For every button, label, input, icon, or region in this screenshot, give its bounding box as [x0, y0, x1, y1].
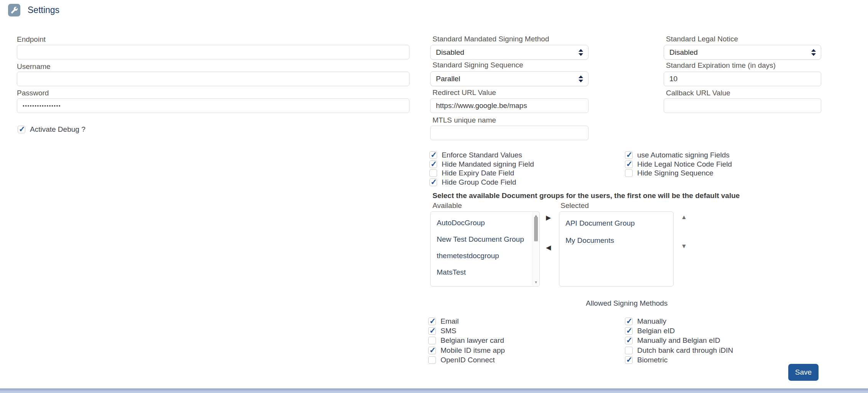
option-row: Hide Legal Notice Code Field	[625, 160, 732, 168]
signing-sequence-select[interactable]: Parallel	[430, 71, 589, 86]
option-label: Hide Group Code Field	[442, 178, 516, 187]
selected-label: Selected	[561, 201, 589, 210]
dutch-bank-card-idin-checkbox[interactable]	[625, 347, 633, 354]
option-row: Hide Expiry Date Field	[429, 169, 514, 177]
footer-bar	[0, 388, 868, 393]
selected-listbox[interactable]: API Document Group My Documents	[559, 211, 674, 287]
option-label: Hide Mandated signing Field	[442, 160, 534, 169]
signing-method-row: SMS	[428, 327, 456, 335]
signing-method-label: Email	[441, 317, 459, 326]
hide-mandated-signing-field-checkbox[interactable]	[429, 160, 437, 168]
signing-method-label: SMS	[441, 327, 456, 335]
signing-method-row: OpenID Connect	[428, 356, 495, 364]
legal-notice-label: Standard Legal Notice	[666, 35, 738, 43]
email-checkbox[interactable]	[428, 318, 436, 325]
list-item[interactable]: AutoDocGroup	[437, 215, 539, 231]
redirect-url-label: Redirect URL Value	[432, 88, 496, 97]
signing-method-label: Manually	[637, 317, 666, 326]
activate-debug-label: Activate Debug ?	[30, 125, 85, 134]
signing-method-label: Manually and Belgian eID	[637, 336, 720, 345]
signing-method-row: Email	[428, 317, 459, 325]
password-input[interactable]	[17, 98, 409, 113]
sms-checkbox[interactable]	[428, 327, 436, 335]
option-label: Hide Expiry Date Field	[442, 169, 514, 177]
legal-notice-select[interactable]: Disabled	[664, 45, 821, 60]
mandated-signing-method-select[interactable]: Disabled	[430, 45, 589, 60]
option-row: Hide Mandated signing Field	[429, 160, 534, 168]
document-groups-instruction: Select the available Document groups for…	[432, 192, 740, 200]
list-item[interactable]: themetestdocgroup	[437, 247, 539, 264]
signing-method-row: Biometric	[625, 356, 667, 364]
hide-expiry-date-field-checkbox[interactable]	[429, 169, 437, 177]
stepper-icon[interactable]	[811, 49, 816, 56]
stepper-icon[interactable]	[579, 49, 583, 56]
signing-method-label: Dutch bank card through iDIN	[637, 346, 733, 355]
password-label: Password	[17, 89, 49, 97]
biometric-checkbox[interactable]	[625, 356, 633, 364]
manually-checkbox[interactable]	[625, 318, 633, 325]
stepper-icon[interactable]	[579, 75, 583, 82]
available-listbox[interactable]: AutoDocGroup New Test Document Group the…	[430, 211, 540, 287]
signing-method-row: Belgian eID	[625, 327, 675, 335]
legal-notice-value: Disabled	[669, 48, 698, 57]
manually-and-belgian-eid-checkbox[interactable]	[625, 337, 633, 344]
signing-method-row: Dutch bank card through iDIN	[625, 346, 733, 354]
scroll-thumb[interactable]	[534, 217, 538, 241]
option-label: Hide Legal Notice Code Field	[637, 160, 732, 169]
order-up-icon[interactable]: ▲	[681, 214, 687, 221]
belgian-eid-checkbox[interactable]	[625, 327, 633, 335]
signing-method-row: Belgian lawyer card	[428, 336, 504, 344]
mobile-id-itsme-checkbox[interactable]	[428, 347, 436, 354]
expiration-time-label: Standard Expiration time (in days)	[666, 61, 776, 70]
mandated-signing-method-value: Disabled	[436, 48, 464, 57]
signing-method-row: Manually	[625, 317, 666, 325]
use-automatic-signing-fields-checkbox[interactable]	[625, 151, 633, 159]
openid-connect-checkbox[interactable]	[428, 356, 436, 364]
scrollbar[interactable]: ▲ ▼	[533, 212, 539, 286]
list-item[interactable]: My Documents	[566, 232, 673, 249]
scroll-down-icon[interactable]: ▼	[533, 280, 539, 285]
activate-debug-checkbox[interactable]	[18, 126, 25, 133]
available-label: Available	[432, 201, 462, 210]
signing-method-label: Belgian lawyer card	[441, 336, 504, 345]
list-item[interactable]: API Document Group	[566, 215, 673, 232]
signing-method-label: Mobile ID itsme app	[441, 346, 505, 355]
hide-legal-notice-code-field-checkbox[interactable]	[625, 160, 633, 168]
wrench-icon	[8, 4, 20, 16]
expiration-time-input[interactable]	[664, 72, 821, 86]
list-item[interactable]: New Test Document Group	[437, 231, 539, 247]
option-row: use Automatic signing Fields	[625, 151, 730, 159]
callback-url-label: Callback URL Value	[666, 89, 730, 97]
mtls-unique-name-input[interactable]	[430, 126, 589, 140]
username-input[interactable]	[17, 72, 409, 86]
belgian-lawyer-card-checkbox[interactable]	[428, 337, 436, 344]
option-row: Hide Group Code Field	[429, 178, 516, 186]
option-label: use Automatic signing Fields	[637, 151, 730, 159]
callback-url-input[interactable]	[664, 98, 821, 113]
order-down-icon[interactable]: ▼	[681, 243, 687, 250]
redirect-url-input[interactable]	[430, 98, 589, 113]
activate-debug-row: Activate Debug ?	[18, 125, 85, 133]
username-label: Username	[17, 62, 51, 71]
move-left-icon[interactable]: ◀	[546, 244, 551, 252]
hide-signing-sequence-checkbox[interactable]	[625, 169, 633, 177]
option-label: Hide Signing Sequence	[637, 169, 713, 177]
list-item[interactable]: MatsTest	[437, 264, 539, 280]
signing-method-row: Mobile ID itsme app	[428, 346, 505, 354]
mandated-signing-method-label: Standard Mandated Signing Method	[432, 35, 549, 43]
save-button[interactable]: Save	[788, 364, 819, 381]
endpoint-label: Endpoint	[17, 35, 46, 44]
signing-sequence-label: Standard Signing Sequence	[432, 61, 523, 69]
move-right-icon[interactable]: ▶	[546, 214, 551, 222]
signing-method-label: Biometric	[637, 356, 667, 364]
page-title: Settings	[28, 5, 59, 15]
allowed-signing-methods-title: Allowed Signing Methods	[586, 299, 667, 308]
option-row: Hide Signing Sequence	[625, 169, 713, 177]
option-row: Enforce Standard Values	[429, 151, 522, 159]
option-label: Enforce Standard Values	[442, 151, 522, 159]
signing-method-row: Manually and Belgian eID	[625, 336, 720, 344]
signing-method-label: Belgian eID	[637, 327, 675, 335]
enforce-standard-values-checkbox[interactable]	[429, 151, 437, 159]
hide-group-code-field-checkbox[interactable]	[429, 178, 437, 186]
endpoint-input[interactable]	[17, 45, 409, 59]
